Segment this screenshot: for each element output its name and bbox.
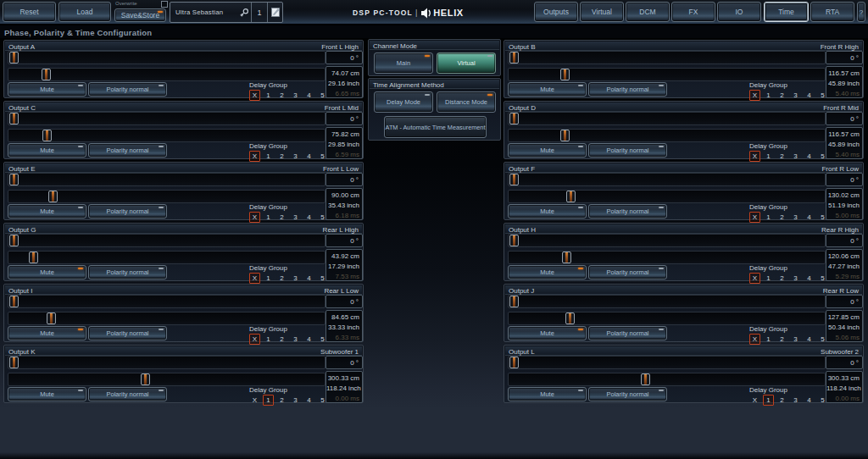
delay-slider-handle[interactable] — [560, 69, 570, 80]
delay-group-option-x[interactable]: X — [749, 151, 760, 162]
delay-group-option-3[interactable]: 3 — [290, 395, 301, 406]
mute-button[interactable]: Mute — [508, 204, 587, 218]
phase-slider-track[interactable] — [8, 234, 326, 247]
delay-group-option-3[interactable]: 3 — [790, 90, 801, 101]
delay-value-box[interactable]: 120.06 cm 47.27 inch 5.29 ms — [826, 249, 863, 281]
atm-button[interactable]: ATM - Automatic Time Measurement — [384, 116, 487, 138]
mute-button[interactable]: Mute — [8, 387, 86, 401]
profile-edit-button[interactable] — [268, 3, 282, 22]
phase-slider-track[interactable] — [8, 295, 326, 308]
delay-value-box[interactable]: 300.33 cm 118.24 inch 0.00 ms — [326, 371, 363, 403]
delay-slider-track[interactable] — [508, 251, 826, 264]
phase-value-box[interactable]: 0 ° — [826, 234, 863, 247]
nav-tab-virtual[interactable]: Virtual — [580, 2, 624, 22]
phase-value-box[interactable]: 0 ° — [826, 112, 863, 125]
delay-group-option-5[interactable]: 5 — [317, 90, 328, 101]
delay-group-option-x[interactable]: X — [749, 90, 760, 101]
mute-button[interactable]: Mute — [8, 326, 86, 340]
delay-group-option-4[interactable]: 4 — [303, 395, 314, 406]
mute-button[interactable]: Mute — [508, 82, 587, 97]
phase-slider-handle[interactable] — [9, 113, 19, 124]
delay-group-option-2[interactable]: 2 — [776, 151, 787, 162]
phase-slider-handle[interactable] — [9, 357, 19, 368]
delay-group-option-1[interactable]: 1 — [763, 90, 774, 101]
delay-group-option-4[interactable]: 4 — [303, 273, 314, 284]
delay-slider-handle[interactable] — [48, 191, 58, 202]
delay-group-option-3[interactable]: 3 — [790, 273, 801, 284]
delay-group-option-5[interactable]: 5 — [317, 151, 328, 162]
polarity-button[interactable]: Polarity normal — [88, 82, 167, 97]
delay-group-option-x[interactable]: X — [249, 395, 260, 406]
delay-group-option-2[interactable]: 2 — [276, 395, 287, 406]
delay-group-option-x[interactable]: X — [749, 212, 760, 223]
delay-group-option-x[interactable]: X — [249, 273, 260, 284]
delay-group-option-2[interactable]: 2 — [776, 212, 787, 223]
delay-group-option-5[interactable]: 5 — [817, 395, 828, 406]
delay-group-option-2[interactable]: 2 — [776, 334, 787, 345]
save-store-button[interactable]: Save&Store — [114, 8, 166, 22]
delay-group-option-5[interactable]: 5 — [817, 151, 828, 162]
delay-slider-track[interactable] — [8, 129, 326, 142]
delay-value-box[interactable]: 130.02 cm 51.19 inch 5.00 ms — [826, 188, 863, 220]
polarity-button[interactable]: Polarity normal — [588, 204, 667, 218]
delay-group-option-x[interactable]: X — [249, 151, 260, 162]
phase-slider-handle[interactable] — [509, 174, 519, 185]
phase-value-box[interactable]: 0 ° — [326, 295, 363, 308]
mute-button[interactable]: Mute — [8, 82, 86, 97]
mute-button[interactable]: Mute — [508, 143, 587, 158]
phase-value-box[interactable]: 0 ° — [326, 234, 363, 247]
delay-group-option-1[interactable]: 1 — [263, 212, 274, 223]
delay-group-option-x[interactable]: X — [249, 90, 260, 101]
delay-slider-handle[interactable] — [566, 191, 576, 202]
delay-slider-handle[interactable] — [47, 312, 56, 324]
delay-group-option-x[interactable]: X — [249, 212, 260, 223]
phase-slider-handle[interactable] — [509, 52, 519, 64]
polarity-button[interactable]: Polarity normal — [588, 143, 667, 158]
phase-slider-handle[interactable] — [509, 235, 519, 246]
phase-slider-track[interactable] — [508, 356, 826, 369]
nav-tab-fx[interactable]: FX — [671, 2, 715, 22]
delay-group-option-5[interactable]: 5 — [817, 273, 828, 284]
phase-slider-handle[interactable] — [9, 235, 19, 246]
polarity-button[interactable]: Polarity normal — [588, 387, 667, 401]
delay-slider-track[interactable] — [508, 373, 826, 386]
delay-group-option-1[interactable]: 1 — [263, 151, 274, 162]
delay-slider-track[interactable] — [508, 190, 826, 203]
mute-button[interactable]: Mute — [8, 265, 86, 279]
mute-button[interactable]: Mute — [508, 387, 587, 401]
delay-value-box[interactable]: 116.57 cm 45.89 inch 5.40 ms — [826, 66, 863, 98]
delay-value-box[interactable]: 90.00 cm 35.43 inch 6.18 ms — [326, 188, 363, 220]
mute-button[interactable]: Mute — [8, 204, 86, 218]
delay-slider-handle[interactable] — [42, 69, 51, 80]
delay-slider-handle[interactable] — [560, 130, 570, 141]
delay-group-option-x[interactable]: X — [749, 395, 760, 406]
delay-slider-track[interactable] — [8, 251, 326, 264]
phase-slider-track[interactable] — [8, 356, 326, 369]
delay-value-box[interactable]: 75.82 cm 29.85 inch 6.59 ms — [326, 127, 363, 159]
delay-group-option-4[interactable]: 4 — [303, 151, 314, 162]
phase-value-box[interactable]: 0 ° — [326, 356, 363, 369]
delay-group-option-2[interactable]: 2 — [276, 151, 287, 162]
delay-group-option-2[interactable]: 2 — [276, 334, 287, 345]
distance-mode-button[interactable]: Distance Mode — [437, 91, 496, 113]
phase-value-box[interactable]: 0 ° — [826, 356, 863, 369]
delay-group-option-2[interactable]: 2 — [276, 273, 287, 284]
delay-slider-handle[interactable] — [29, 252, 38, 263]
delay-group-option-4[interactable]: 4 — [303, 212, 314, 223]
delay-group-option-1[interactable]: 1 — [763, 395, 774, 406]
polarity-button[interactable]: Polarity normal — [88, 265, 167, 279]
polarity-button[interactable]: Polarity normal — [588, 326, 667, 340]
delay-group-option-2[interactable]: 2 — [276, 90, 287, 101]
delay-group-option-4[interactable]: 4 — [804, 90, 815, 101]
phase-slider-track[interactable] — [8, 173, 326, 186]
help-button[interactable]: ? — [857, 2, 865, 22]
delay-group-option-4[interactable]: 4 — [804, 273, 815, 284]
delay-group-option-x[interactable]: X — [749, 334, 760, 345]
phase-slider-track[interactable] — [508, 234, 826, 247]
mute-button[interactable]: Mute — [508, 326, 587, 340]
delay-group-option-4[interactable]: 4 — [303, 90, 314, 101]
polarity-button[interactable]: Polarity normal — [88, 143, 167, 158]
nav-tab-dcm[interactable]: DCM — [626, 2, 670, 22]
channel-mode-main-button[interactable]: Main — [374, 53, 433, 74]
delay-slider-track[interactable] — [8, 190, 326, 203]
